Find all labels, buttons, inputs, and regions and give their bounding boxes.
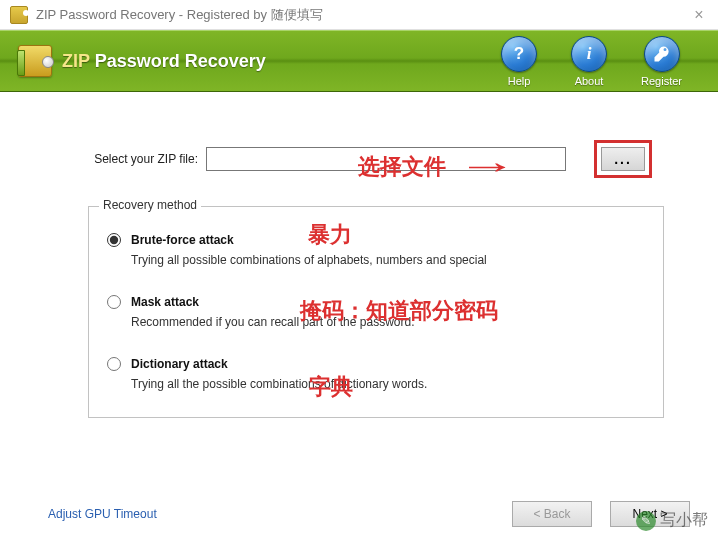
gpu-timeout-link[interactable]: Adjust GPU Timeout: [28, 507, 157, 521]
product-logo: ZIP Password Recovery: [18, 45, 266, 77]
footer: Adjust GPU Timeout < Back Next >: [0, 501, 718, 527]
close-button[interactable]: ×: [684, 6, 714, 24]
brute-force-radio[interactable]: [107, 233, 121, 247]
brute-force-label: Brute-force attack: [131, 233, 234, 247]
browse-button[interactable]: ...: [601, 147, 645, 171]
zip-folder-icon: [18, 45, 52, 77]
file-label: Select your ZIP file:: [70, 152, 198, 166]
help-button[interactable]: ? Help: [501, 36, 537, 87]
register-button[interactable]: Register: [641, 36, 682, 87]
product-rest: Password Recovery: [90, 51, 266, 71]
window-title: ZIP Password Recovery - Registered by 随便…: [36, 6, 684, 24]
content-area: Select your ZIP file: ... Recovery metho…: [0, 92, 718, 418]
toolbar-buttons: ? Help i About Register: [501, 36, 700, 87]
brute-force-option[interactable]: Brute-force attack: [107, 233, 645, 247]
watermark: ✎ 写小帮: [636, 510, 708, 531]
brute-force-desc: Trying all possible combinations of alph…: [131, 253, 645, 267]
dict-desc: Trying all the possible combinations of …: [131, 377, 645, 391]
watermark-text: 写小帮: [660, 510, 708, 531]
wechat-icon: ✎: [636, 511, 656, 531]
help-icon: ?: [501, 36, 537, 72]
product-name: ZIP Password Recovery: [62, 51, 266, 72]
file-row: Select your ZIP file: ...: [70, 140, 690, 178]
recovery-method-group: Recovery method Brute-force attack Tryin…: [88, 206, 664, 418]
banner: ZIP Password Recovery ? Help i About Reg…: [0, 30, 718, 92]
mask-option[interactable]: Mask attack: [107, 295, 645, 309]
app-icon: [10, 6, 28, 24]
mask-desc: Recommended if you can recall part of th…: [131, 315, 645, 329]
group-title: Recovery method: [99, 198, 201, 212]
product-prefix: ZIP: [62, 51, 90, 71]
dict-option[interactable]: Dictionary attack: [107, 357, 645, 371]
dict-radio[interactable]: [107, 357, 121, 371]
back-button[interactable]: < Back: [512, 501, 592, 527]
option-mask: Mask attack Recommended if you can recal…: [107, 295, 645, 329]
zip-file-input[interactable]: [206, 147, 566, 171]
option-dict: Dictionary attack Trying all the possibl…: [107, 357, 645, 391]
about-icon: i: [571, 36, 607, 72]
register-label: Register: [641, 75, 682, 87]
register-icon: [644, 36, 680, 72]
about-label: About: [575, 75, 604, 87]
help-label: Help: [508, 75, 531, 87]
mask-radio[interactable]: [107, 295, 121, 309]
about-button[interactable]: i About: [571, 36, 607, 87]
browse-highlight: ...: [594, 140, 652, 178]
mask-label: Mask attack: [131, 295, 199, 309]
titlebar: ZIP Password Recovery - Registered by 随便…: [0, 0, 718, 30]
option-brute: Brute-force attack Trying all possible c…: [107, 233, 645, 267]
dict-label: Dictionary attack: [131, 357, 228, 371]
